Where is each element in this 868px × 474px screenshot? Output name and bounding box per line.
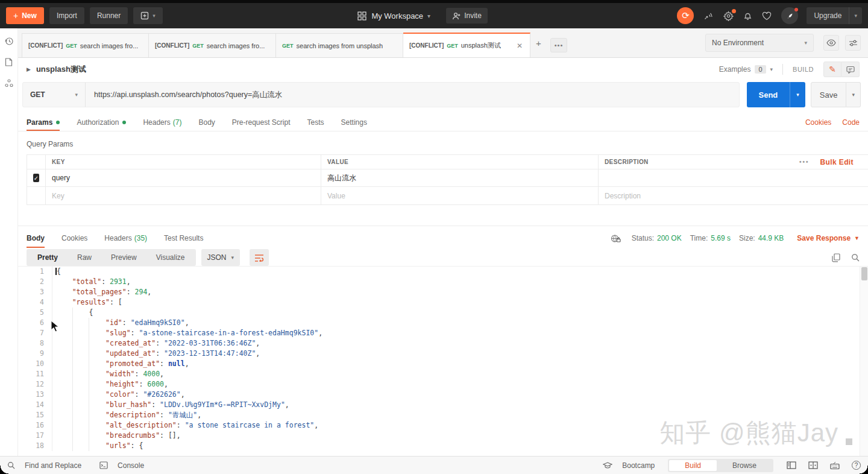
response-tab-cookies[interactable]: Cookies <box>61 229 87 248</box>
new-tab-button[interactable]: + <box>530 31 547 55</box>
user-avatar[interactable] <box>781 7 798 24</box>
search-icon <box>851 253 860 262</box>
chevron-down-icon: ▾ <box>427 13 430 19</box>
request-config-tabs: ParamsAuthorizationHeaders(7)BodyPre-req… <box>18 113 868 131</box>
param-key-cell[interactable]: query <box>46 169 321 186</box>
request-tab-authorization[interactable]: Authorization <box>77 113 126 131</box>
code-link[interactable]: Code <box>842 118 860 127</box>
chevron-down-icon: ▾ <box>849 13 862 19</box>
request-tab-2[interactable]: [CONFLICT] GET search images fro... <box>149 33 276 57</box>
two-pane-view-button[interactable] <box>808 461 818 469</box>
params-table: KEY VALUE DESCRIPTION ••• Bulk Edit ✓ qu <box>27 154 868 205</box>
url-input[interactable]: https://api.unsplash.com/search/photos?q… <box>86 83 739 107</box>
view-mode-preview[interactable]: Preview <box>101 250 146 265</box>
plus-icon: + <box>13 11 18 21</box>
runner-button[interactable]: Runner <box>90 7 128 24</box>
code-line: 10 "promoted_at": null, <box>18 359 868 369</box>
open-new-window-button[interactable]: ▾ <box>133 7 163 24</box>
settings-button[interactable] <box>723 11 734 21</box>
param-description-cell[interactable] <box>599 169 868 186</box>
bootcamp-button[interactable]: Bootcamp <box>603 461 655 470</box>
send-options-button[interactable]: ▾ <box>790 82 805 107</box>
chevron-down-icon: ▾ <box>231 254 234 261</box>
tab-options-button[interactable]: ••• <box>550 38 568 52</box>
close-tab-icon[interactable]: ✕ <box>515 42 524 50</box>
response-body-viewer[interactable]: 1{2 "total": 2931,3 "total_pages": 294,4… <box>18 266 868 456</box>
help-button[interactable]: ? <box>852 461 861 470</box>
workspace-settings-button[interactable] <box>845 35 861 51</box>
api-network-nav-icon[interactable] <box>4 78 14 90</box>
request-tab-1[interactable]: [CONFLICT] GET search images fro... <box>22 33 149 57</box>
notifications-button[interactable] <box>743 11 752 21</box>
response-section: BodyCookiesHeaders(35)Test Results Statu… <box>18 226 868 456</box>
request-tab-pre-request-script[interactable]: Pre-request Script <box>232 113 291 131</box>
new-param-description-input[interactable]: Description <box>599 187 868 204</box>
new-button[interactable]: + New <box>6 7 44 24</box>
param-value-cell[interactable]: 高山流水 <box>321 169 599 186</box>
console-button[interactable]: Console <box>99 461 144 470</box>
response-size: Size: 44.9 KB <box>739 234 784 242</box>
wrap-lines-button[interactable] <box>250 249 269 266</box>
code-line: 12 "height": 6000, <box>18 379 868 390</box>
bulk-edit-link[interactable]: Bulk Edit <box>820 158 854 166</box>
build-mode-tab[interactable]: Build <box>669 460 717 471</box>
send-button[interactable]: Send <box>747 82 790 107</box>
response-tab-headers[interactable]: Headers(35) <box>104 229 147 248</box>
workspace-switcher[interactable]: My Workspace ▾ <box>357 11 430 21</box>
environment-selector[interactable]: No Environment ▾ <box>705 34 814 52</box>
request-tab-params[interactable]: Params <box>27 113 60 131</box>
save-button[interactable]: Save <box>811 82 847 107</box>
request-tab-4-active[interactable]: [CONFLICT] GET unsplash测试 ✕ <box>403 33 530 57</box>
shortcuts-button[interactable] <box>830 462 840 469</box>
request-tab-3[interactable]: GET search images from unsplash <box>276 33 403 57</box>
workspace-label: My Workspace <box>371 11 423 21</box>
api-network-button[interactable] <box>703 11 714 21</box>
request-tab-tests[interactable]: Tests <box>307 113 324 131</box>
upgrade-button[interactable]: Upgrade ▾ <box>807 7 862 24</box>
tab-title: unsplash测试 <box>461 41 501 50</box>
collections-icon[interactable] <box>4 57 13 69</box>
search-response-button[interactable] <box>851 253 860 262</box>
find-and-replace-button[interactable]: Find and Replace <box>7 461 81 470</box>
param-checkbox[interactable]: ✓ <box>33 174 39 182</box>
request-tab-headers[interactable]: Headers(7) <box>143 113 181 131</box>
view-mode-raw[interactable]: Raw <box>68 250 101 265</box>
favorites-button[interactable] <box>762 11 772 21</box>
response-tab-test-results[interactable]: Test Results <box>164 229 203 248</box>
invite-button[interactable]: Invite <box>446 8 488 24</box>
vertical-scrollbar[interactable] <box>860 267 868 456</box>
response-tab-body[interactable]: Body <box>27 229 45 248</box>
left-rail <box>0 28 18 456</box>
save-response-button[interactable]: Save Response ▼ <box>797 234 860 242</box>
new-param-value-input[interactable]: Value <box>321 187 599 204</box>
build-browse-switch: Build Browse <box>668 459 773 472</box>
scrollbar-thumb[interactable] <box>861 267 867 280</box>
view-mode-pretty[interactable]: Pretty <box>28 250 68 265</box>
environment-quick-look-button[interactable] <box>823 35 839 51</box>
examples-dropdown[interactable]: Examples 0 ▾ <box>719 65 773 74</box>
request-tab-settings[interactable]: Settings <box>341 113 367 131</box>
edit-request-button[interactable]: ✎ <box>823 62 841 77</box>
sync-status-button[interactable]: ⟳ <box>677 7 694 24</box>
more-options-icon[interactable]: ••• <box>799 159 810 165</box>
import-button[interactable]: Import <box>49 7 84 24</box>
request-tab-body[interactable]: Body <box>198 113 215 131</box>
graduation-cap-icon <box>603 462 617 469</box>
browse-mode-tab[interactable]: Browse <box>717 460 772 471</box>
format-selector[interactable]: JSON ▾ <box>201 249 241 266</box>
method-selector[interactable]: GET ▾ <box>23 83 86 107</box>
new-param-key-input[interactable]: Key <box>46 187 321 204</box>
cookies-link[interactable]: Cookies <box>805 118 831 127</box>
response-tabs-row: BodyCookiesHeaders(35)Test Results Statu… <box>18 229 868 248</box>
collapse-caret-icon[interactable]: ▶ <box>27 66 31 72</box>
save-options-button[interactable]: ▾ <box>846 82 861 107</box>
copy-response-button[interactable] <box>832 253 840 262</box>
comments-button[interactable] <box>841 62 860 77</box>
rocket-icon <box>785 11 794 21</box>
history-icon[interactable] <box>4 36 14 48</box>
header-right: ⟳ Upgrade ▾ <box>677 7 862 24</box>
view-mode-visualize[interactable]: Visualize <box>146 250 195 265</box>
sidebar-toggle-button[interactable] <box>787 461 796 469</box>
divider <box>782 64 783 75</box>
request-title-row: ▶ unsplash测试 Examples 0 ▾ BUILD ✎ <box>18 59 868 80</box>
